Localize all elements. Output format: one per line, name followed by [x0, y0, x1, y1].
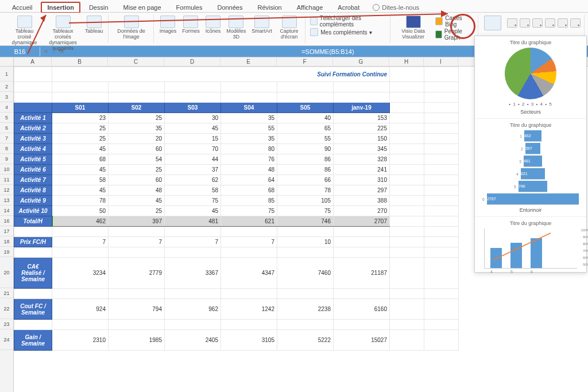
ribbon-tabs: Accueil Insertion Dessin Mise en page Fo…	[0, 0, 588, 13]
chart-bar-button[interactable]: ▾	[507, 18, 517, 28]
row-header[interactable]: 13	[0, 195, 13, 205]
tab-donnees[interactable]: Données	[211, 2, 249, 13]
chart-pie-button[interactable]: ▾	[532, 18, 543, 28]
table-button[interactable]: Tableau	[84, 15, 105, 35]
image-data-button[interactable]: Données de l'image	[113, 15, 150, 41]
pie-legend: • 1 • 2 • 3 • 4 • 5	[478, 102, 583, 107]
tell-me-search[interactable]: Dites-le-nous	[373, 4, 419, 11]
svg-line-4	[493, 233, 551, 260]
row-header[interactable]: 20	[0, 257, 13, 288]
sheet-title: Suivi Formation Continue	[52, 67, 390, 82]
chart-suggestion-funnel[interactable]: Titre du graphique 1462 2397 3481 4621 5…	[475, 119, 586, 217]
download-addins-button[interactable]: Télécharger des compléments	[310, 15, 386, 28]
tab-affichage[interactable]: Affichage	[291, 2, 330, 13]
row-header[interactable]: 7	[0, 133, 13, 143]
col-header[interactable]: D	[164, 57, 220, 66]
row-header[interactable]: 9	[0, 154, 13, 164]
pie-chart-icon	[505, 48, 556, 99]
row-header[interactable]: 21	[0, 288, 13, 298]
people-graph-button[interactable]: People Graph	[435, 28, 474, 41]
suggested-charts-panel: Titre du graphique • 1 • 2 • 3 • 4 • 5 S…	[474, 36, 587, 273]
pivot-chart-button[interactable]: ▾	[570, 18, 581, 28]
row-header[interactable]: 1	[0, 67, 13, 81]
shapes-button[interactable]: Formes	[181, 15, 201, 35]
col-header[interactable]: B	[52, 57, 108, 66]
combo-chart-icon: 4 5 6 100% 90% 80% 70% 60% 50%	[484, 228, 577, 269]
row-header[interactable]: 18	[0, 236, 13, 247]
col-header[interactable]: A	[14, 57, 52, 66]
sheet-table[interactable]: Suivi Formation Continue S01S02S03S04S05…	[14, 67, 459, 351]
chart-maps-button[interactable]: ▾	[545, 18, 555, 28]
col-header[interactable]: C	[108, 57, 164, 66]
tab-dessin[interactable]: Dessin	[83, 2, 115, 13]
smartart-button[interactable]: SmartArt	[250, 15, 273, 35]
col-header[interactable]: F	[277, 57, 333, 66]
row-header[interactable]: 24	[0, 329, 13, 350]
bing-maps-button[interactable]: Cartes Bing	[435, 15, 474, 28]
row-header[interactable]: 10	[0, 164, 13, 174]
col-header[interactable]: H	[389, 57, 424, 66]
visio-button[interactable]: Visio Data Visualizer	[395, 15, 432, 41]
col-header[interactable]: E	[220, 57, 277, 66]
chart-suggestion-pie[interactable]: Titre du graphique • 1 • 2 • 3 • 4 • 5 S…	[475, 36, 586, 119]
col-header[interactable]: I	[424, 57, 458, 66]
models3d-button[interactable]: Modèles 3D	[225, 15, 247, 41]
tab-accueil[interactable]: Accueil	[6, 2, 38, 13]
row-header[interactable]: 22	[0, 298, 13, 319]
row-header[interactable]: 5	[0, 112, 13, 123]
row-headers: 1 2 3 4 5 6 7 8 9 10 11 12 13 14 16 17 1…	[0, 57, 14, 392]
suggested-pivot-button[interactable]: Tableaux croisés dynamiques suggérés	[45, 15, 80, 52]
row-header[interactable]: 19	[0, 247, 13, 257]
my-addins-button[interactable]: Mes compléments ▾	[310, 28, 386, 36]
tab-acrobat[interactable]: Acrobat	[331, 2, 366, 13]
row-header[interactable]: 16	[0, 216, 13, 226]
row-header[interactable]: 2	[0, 81, 13, 92]
row-header[interactable]: 23	[0, 319, 13, 329]
row-header[interactable]: 12	[0, 185, 13, 195]
row-header[interactable]: 17	[0, 226, 13, 236]
chart-line-button[interactable]: ▾	[520, 18, 530, 28]
funnel-chart-icon: 1462 2397 3481 4621 5746 62707	[478, 130, 583, 205]
bulb-icon	[373, 4, 380, 11]
row-header[interactable]: 3	[0, 92, 13, 102]
capture-button[interactable]: Capture d'écran	[277, 15, 301, 41]
row-header[interactable]: 14	[0, 205, 13, 216]
icons-button[interactable]: Icônes	[204, 15, 222, 35]
row-header[interactable]: 6	[0, 123, 13, 133]
col-header[interactable]: G	[333, 57, 389, 66]
images-button[interactable]: Images	[158, 15, 178, 35]
pivot-table-button[interactable]: Tableau croisé dynamique	[7, 15, 42, 46]
suggested-charts-button[interactable]	[483, 15, 502, 31]
row-header[interactable]: 8	[0, 143, 13, 154]
chart-suggestion-combo[interactable]: Titre du graphique 4 5 6 100% 90% 80% 70…	[475, 217, 586, 272]
chart-icon	[484, 15, 501, 30]
chart-more-button[interactable]: ▾	[558, 18, 568, 28]
row-header[interactable]: 11	[0, 174, 13, 185]
chart-type-buttons: ▾ ▾ ▾ ▾ ▾ ▾	[507, 18, 581, 28]
tab-insertion[interactable]: Insertion	[41, 2, 80, 13]
tab-revision[interactable]: Révision	[251, 2, 288, 13]
tell-me-label: Dites-le-nous	[382, 4, 419, 11]
tab-mise-en-page[interactable]: Mise en page	[117, 2, 168, 13]
tab-formules[interactable]: Formules	[170, 2, 209, 13]
row-header[interactable]: 4	[0, 102, 13, 112]
